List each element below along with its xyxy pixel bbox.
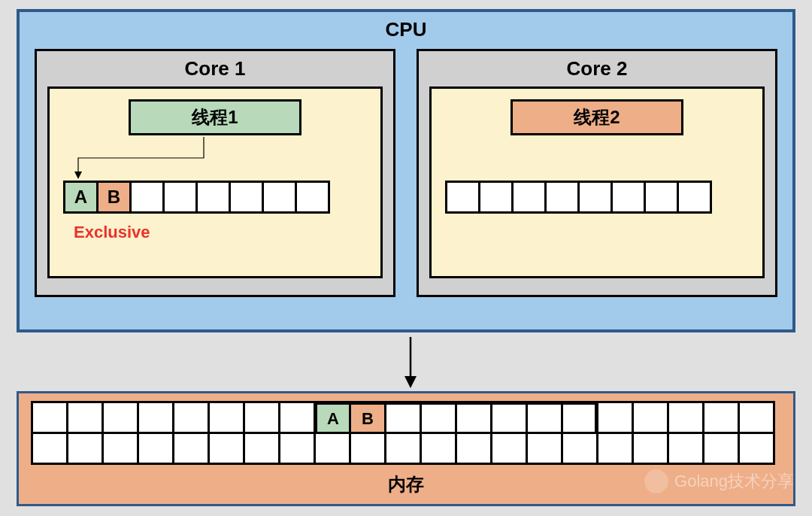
core-2-title: Core 2 xyxy=(429,57,765,80)
mem-r0-c20 xyxy=(738,401,775,434)
core-1-cache-cell-6 xyxy=(262,181,297,214)
thread-2-box: 线程2 xyxy=(511,99,683,135)
mem-r0-c8: A xyxy=(314,401,351,434)
cores-row: Core 1 线程1 A B Exclusive xyxy=(20,41,792,297)
core-1-cache-cell-1: B xyxy=(96,181,132,214)
mem-r1-c0 xyxy=(31,432,68,465)
mem-r1-c20 xyxy=(738,432,775,465)
mem-r0-c15 xyxy=(561,401,598,434)
core-1-cache-cell-3 xyxy=(162,181,198,214)
mem-r0-c2 xyxy=(102,401,139,434)
mem-r1-c12 xyxy=(455,432,492,465)
mem-r0-c19 xyxy=(702,401,740,434)
watermark: Golang技术分享 xyxy=(644,469,794,493)
core-1-cache-cell-2 xyxy=(129,181,165,214)
core-2-cache-cell-5 xyxy=(611,181,646,214)
mem-r1-c6 xyxy=(243,432,280,465)
mem-r1-c11 xyxy=(420,432,457,465)
mem-r1-c5 xyxy=(208,432,245,465)
mem-r0-c14 xyxy=(526,401,563,434)
cpu-title: CPU xyxy=(20,18,792,41)
mem-r0-c11 xyxy=(420,401,457,434)
mem-r0-c0 xyxy=(31,401,68,434)
watermark-text: Golang技术分享 xyxy=(674,470,794,493)
mem-r1-c16 xyxy=(596,432,634,465)
memory-grid: A B xyxy=(31,401,781,465)
mem-r0-c17 xyxy=(632,401,669,434)
core-2-cache-cell-2 xyxy=(511,181,547,214)
mem-r0-c5 xyxy=(208,401,245,434)
core-1-box: Core 1 线程1 A B Exclusive xyxy=(35,49,395,297)
mem-r1-c9 xyxy=(349,432,386,465)
cpu-box: CPU Core 1 线程1 A B xyxy=(17,9,795,332)
core-2-cache-cell-0 xyxy=(445,181,480,214)
core-2-cache-cell-4 xyxy=(577,181,613,214)
mem-r1-c13 xyxy=(490,432,528,465)
mem-r0-c3 xyxy=(137,401,174,434)
mem-r0-c1 xyxy=(66,401,104,434)
mem-r1-c10 xyxy=(384,432,422,465)
core-1-cache-row: A B xyxy=(63,181,370,214)
mem-r0-c10 xyxy=(384,401,422,434)
mem-r0-c18 xyxy=(667,401,704,434)
mem-r1-c15 xyxy=(561,432,598,465)
thread-1-box: 线程1 xyxy=(129,99,301,135)
core-1-cache-cell-4 xyxy=(195,181,231,214)
mem-r1-c14 xyxy=(526,432,563,465)
mem-r1-c1 xyxy=(66,432,104,465)
arrow-cpu-to-memory xyxy=(403,337,418,390)
memory-row-1 xyxy=(31,432,781,465)
mem-r1-c18 xyxy=(667,432,704,465)
core-2-cache-row xyxy=(445,181,752,214)
mem-r1-c7 xyxy=(278,432,316,465)
arrow-thread1-to-cache xyxy=(72,135,208,182)
core-1-inner: 线程1 A B Exclusive xyxy=(47,87,383,278)
mem-r1-c19 xyxy=(702,432,740,465)
mem-r1-c17 xyxy=(632,432,669,465)
mem-r0-c7 xyxy=(278,401,316,434)
mem-r1-c4 xyxy=(172,432,210,465)
mem-r0-c6 xyxy=(243,401,280,434)
wechat-icon xyxy=(644,469,668,493)
mem-r0-c9: B xyxy=(349,401,386,434)
mem-r1-c8 xyxy=(314,432,351,465)
mem-r1-c3 xyxy=(137,432,174,465)
mem-r0-c4 xyxy=(172,401,210,434)
mem-r0-c12 xyxy=(455,401,492,434)
core-1-cache-cell-0: A xyxy=(63,181,98,214)
core-1-cache-cell-7 xyxy=(295,181,330,214)
core-2-cache-cell-1 xyxy=(478,181,514,214)
core-2-inner: 线程2 xyxy=(429,87,765,278)
core-1-state-label: Exclusive xyxy=(74,223,370,242)
mem-r0-c16 xyxy=(596,401,634,434)
mem-r1-c2 xyxy=(102,432,139,465)
core-2-cache-cell-3 xyxy=(544,181,580,214)
core-1-cache-cell-5 xyxy=(229,181,264,214)
memory-row-0: A B xyxy=(31,401,781,434)
core-2-cache-cell-7 xyxy=(677,181,712,214)
core-2-cache-cell-6 xyxy=(644,181,679,214)
core-2-box: Core 2 线程2 xyxy=(417,49,777,297)
core-1-title: Core 1 xyxy=(47,57,383,80)
mem-r0-c13 xyxy=(490,401,528,434)
